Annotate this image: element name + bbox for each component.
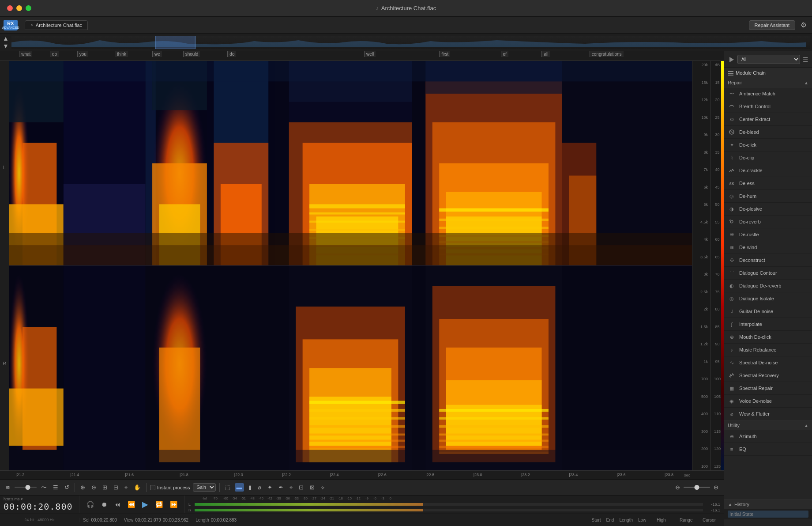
find-btn[interactable]: ⌖ <box>123 483 129 492</box>
list-icon-btn[interactable]: ☰ <box>803 56 808 63</box>
close-button[interactable] <box>7 5 13 11</box>
history-header: ▲ History <box>724 500 812 509</box>
list-view-btn[interactable]: ☰ <box>51 483 60 492</box>
module-de-click[interactable]: ✦ De-click <box>724 139 812 151</box>
zoom-in-btn[interactable]: ⊕ <box>79 483 87 492</box>
select-freq-btn[interactable]: ▬ <box>235 483 244 492</box>
magic-wand-btn[interactable]: ✦ <box>266 483 274 492</box>
select-rect-btn[interactable]: ⬚ <box>223 483 232 492</box>
go-back-btn[interactable]: ⏪ <box>126 500 137 509</box>
de-wind-label: De-wind <box>739 245 757 250</box>
minimize-button[interactable] <box>16 5 22 11</box>
waveform-icon-btn[interactable]: ≋ <box>4 483 12 492</box>
zoom-plus-right[interactable]: ⊕ <box>712 483 720 492</box>
module-spectral-de-noise[interactable]: ∿ Spectral De-noise <box>724 356 812 369</box>
file-tab[interactable]: × Architecture Chat.flac <box>25 20 88 30</box>
pencil-btn[interactable]: ✒ <box>277 483 285 492</box>
module-music-rebalance[interactable]: ♪ Music Rebalance <box>724 344 812 356</box>
freq-2k: 2k <box>693 307 710 311</box>
go-start-btn[interactable]: ⏮ <box>113 500 122 509</box>
module-voice-de-noise[interactable]: ◉ Voice De-noise <box>724 395 812 408</box>
headphones-btn[interactable]: 🎧 <box>85 500 96 509</box>
module-chain-btn[interactable]: Module Chain <box>724 68 812 78</box>
module-eq[interactable]: ≡ EQ <box>724 443 812 456</box>
module-de-reverb[interactable]: De-reverb <box>724 216 812 228</box>
brush-btn[interactable]: ⌖ <box>288 483 294 492</box>
repair-assistant-button[interactable]: Repair Assistant <box>749 20 795 30</box>
zoom-handle-right[interactable] <box>695 485 699 490</box>
module-center-extract[interactable]: ⊙ Center Extract <box>724 113 812 126</box>
record-btn[interactable]: ⏺ <box>99 500 109 509</box>
module-chain-icon <box>728 70 734 76</box>
settings-icon[interactable]: ⚙ <box>799 20 808 30</box>
time-display-area: h:m:s.ms ▾ 00:00:20.800 <box>0 496 79 513</box>
module-ambience-match[interactable]: 〜 Ambience Match <box>724 87 812 100</box>
zoom-minus-right[interactable]: ⊖ <box>673 483 682 492</box>
volume-handle[interactable] <box>26 485 30 490</box>
range-info: Start End Length Low High Range Cursor <box>591 518 720 522</box>
time-224: |22.4 <box>330 473 339 477</box>
module-guitar-de-noise[interactable]: ♩ Guitar De-noise <box>724 305 812 318</box>
waveform-nav-up[interactable]: ▲ ▼ <box>2 35 10 49</box>
spectral-repair-icon: ▦ <box>728 384 736 392</box>
lasso-btn[interactable]: ⌀ <box>256 483 263 492</box>
module-dialogue-de-reverb[interactable]: ◐ Dialogue De-reverb <box>724 280 812 292</box>
module-de-wind[interactable]: ≋ De-wind <box>724 241 812 254</box>
eraser-btn[interactable]: ⊡ <box>297 483 305 492</box>
freq-8k: 8k <box>693 150 710 155</box>
music-rebalance-label: Music Rebalance <box>739 347 776 352</box>
module-breath-control[interactable]: Breath Control <box>724 100 812 113</box>
word-marker-track: what do you think we should do well firs… <box>9 51 692 61</box>
window-title: ♪ Architecture Chat.flac <box>376 5 436 11</box>
zoom-fit-btn[interactable]: ⊞ <box>101 483 109 492</box>
zoom-slider-right[interactable] <box>684 487 710 488</box>
module-interpolate[interactable]: ∫ Interpolate <box>724 318 812 331</box>
select-time-btn[interactable]: ▮ <box>247 483 253 492</box>
channel-L-label: L <box>3 165 6 170</box>
time-238: |23.8 <box>665 473 673 477</box>
clone-btn[interactable]: ⊠ <box>308 483 316 492</box>
volume-slider[interactable] <box>15 487 37 488</box>
filter-select[interactable]: All <box>737 55 800 64</box>
module-de-rustle[interactable]: ❋ De-rustle <box>724 228 812 241</box>
module-de-plosive[interactable]: ◑ De-plosive <box>724 203 812 216</box>
spectrogram-display[interactable] <box>9 61 692 470</box>
module-de-clip[interactable]: ⌇ De-clip <box>724 151 812 164</box>
waveform-type-btn[interactable]: 〜 <box>39 483 49 492</box>
module-dialogue-contour[interactable]: ⌒ Dialogue Contour <box>724 267 812 280</box>
zoom-out-btn[interactable]: ⊖ <box>90 483 98 492</box>
gain-select[interactable]: Gain <box>193 483 216 492</box>
waveform-overview[interactable] <box>11 36 810 49</box>
loop-btn[interactable]: ↺ <box>63 483 71 492</box>
module-de-bleed[interactable]: De-bleed <box>724 126 812 139</box>
repair-section-header[interactable]: Repair ▲ <box>724 78 812 87</box>
zoom-selection-btn[interactable]: ⊟ <box>112 483 120 492</box>
tab-close-icon[interactable]: × <box>30 23 33 27</box>
module-wow-flutter[interactable]: ⌀ Wow & Flutter <box>724 408 812 420</box>
svg-rect-24 <box>309 221 405 223</box>
module-deconstruct[interactable]: ✣ Deconstruct <box>724 254 812 267</box>
module-de-ess[interactable]: ss De-ess <box>724 177 812 190</box>
instant-process-checkbox[interactable] <box>150 485 155 490</box>
module-mouth-de-click[interactable]: ⊚ Mouth De-click <box>724 331 812 344</box>
module-spectral-repair[interactable]: ▦ Spectral Repair <box>724 382 812 395</box>
utility-section-header[interactable]: Utility ▲ <box>724 420 812 430</box>
spectral-recovery-icon <box>728 371 736 379</box>
breath-control-label: Breath Control <box>739 104 771 109</box>
play-btn[interactable]: ▶ <box>140 499 150 510</box>
module-dialogue-isolate[interactable]: ◎ Dialogue Isolate <box>724 292 812 305</box>
play-icon <box>728 56 735 63</box>
loop-play-btn[interactable]: 🔁 <box>154 500 165 509</box>
hand-tool-btn[interactable]: ✋ <box>132 483 143 492</box>
go-end-btn[interactable]: ⏩ <box>168 500 179 509</box>
time-format-dropdown[interactable]: ▾ <box>21 497 23 501</box>
module-de-crackle[interactable]: De-crackle <box>724 164 812 177</box>
module-de-hum[interactable]: ◎ De-hum <box>724 190 812 203</box>
extra-btn[interactable]: ⟡ <box>319 483 327 492</box>
module-spectral-recovery[interactable]: Spectral Recovery <box>724 369 812 382</box>
voice-de-noise-icon: ◉ <box>728 397 736 405</box>
time-format: h:m:s.ms ▾ <box>4 497 75 501</box>
maximize-button[interactable] <box>26 5 31 11</box>
word-first: first <box>439 51 450 57</box>
module-azimuth[interactable]: ⊕ Azimuth <box>724 430 812 443</box>
